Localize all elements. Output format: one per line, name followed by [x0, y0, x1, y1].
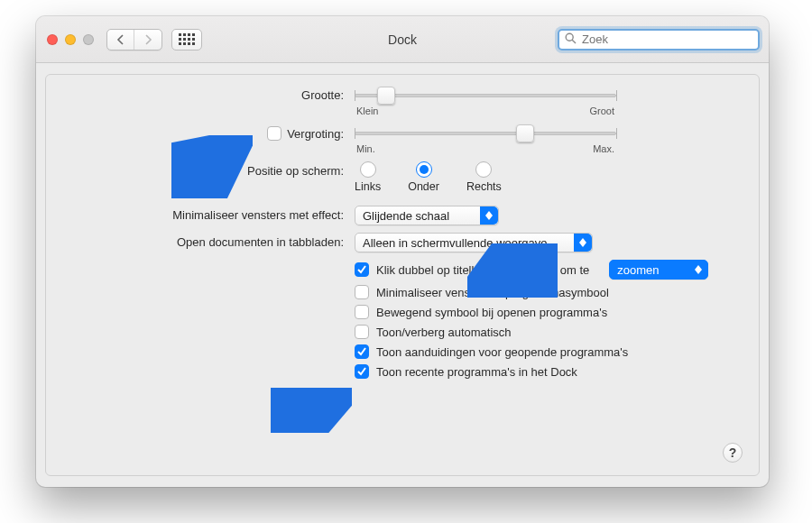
size-slider[interactable] — [355, 86, 616, 106]
row-size: Grootte: Klein Groot — [57, 86, 739, 116]
svg-point-0 — [566, 33, 573, 41]
magnification-slider[interactable] — [355, 124, 616, 143]
forward-button[interactable] — [134, 30, 161, 50]
magnification-min-label: Min. — [356, 143, 375, 154]
show-recents-line: Toon recente programma's in het Dock — [355, 364, 577, 379]
show-indicators-line: Toon aanduidingen voor geopende programm… — [355, 344, 628, 359]
autohide-checkbox[interactable] — [355, 325, 369, 339]
pane: Grootte: Klein Groot Vergroting: — [45, 74, 760, 476]
minimize-effect-popup[interactable]: Glijdende schaal — [355, 206, 499, 225]
show-recents-label: Toon recente programma's in het Dock — [376, 365, 577, 379]
minimize-into-app-line: Minimaliseer vensters in programmasymboo… — [355, 285, 609, 299]
dblclick-label: Klik dubbel op titelbalk van venster om … — [376, 263, 589, 277]
show-recents-checkbox[interactable] — [355, 364, 369, 379]
size-min-label: Klein — [356, 106, 378, 116]
minimize-effect-label: Minimaliseer vensters met effect: — [172, 208, 344, 222]
magnification-max-label: Max. — [593, 143, 614, 154]
grid-icon — [179, 33, 195, 45]
help-icon: ? — [729, 445, 737, 460]
search-icon — [565, 32, 577, 47]
position-label: Positie op scherm: — [247, 164, 344, 178]
position-onder[interactable]: Onder — [408, 161, 439, 193]
row-position: Positie op scherm: Links Onder Rechts — [57, 161, 739, 193]
popup-arrows-icon — [480, 206, 498, 225]
magnification-label: Vergroting: — [287, 127, 344, 141]
back-button[interactable] — [107, 30, 134, 50]
titlebar: Dock — [36, 16, 769, 63]
animate-open-checkbox[interactable] — [355, 305, 369, 319]
minimize-icon[interactable] — [65, 34, 76, 45]
open-docs-tabs-popup[interactable]: Alleen in schermvullende weergave — [355, 233, 593, 252]
row-magnification: Vergroting: Min. Max. — [57, 124, 739, 154]
autohide-line: Toon/verberg automatisch — [355, 325, 512, 339]
row-minimize-effect: Minimaliseer vensters met effect: Glijde… — [57, 206, 739, 225]
show-all-button[interactable] — [171, 29, 202, 50]
show-indicators-checkbox[interactable] — [355, 344, 369, 359]
minimize-into-app-label: Minimaliseer vensters in programmasymboo… — [376, 286, 609, 299]
position-rechts[interactable]: Rechts — [466, 161, 502, 193]
search-field[interactable] — [558, 29, 760, 50]
size-max-label: Groot — [589, 106, 614, 116]
open-docs-tabs-label: Open documenten in tabbladen: — [177, 235, 344, 249]
position-links[interactable]: Links — [355, 161, 381, 193]
show-indicators-label: Toon aanduidingen voor geopende programm… — [376, 345, 628, 359]
popup-arrows-icon — [574, 234, 592, 252]
nav-back-forward — [106, 29, 162, 50]
popup-arrows-icon — [689, 261, 707, 279]
size-label: Grootte: — [301, 88, 344, 102]
animate-open-line: Bewegend symbool bij openen programma's — [355, 305, 607, 319]
position-radios: Links Onder Rechts — [355, 161, 502, 193]
dblclick-checkbox[interactable] — [355, 262, 369, 277]
dblclick-line: Klik dubbel op titelbalk van venster om … — [355, 260, 708, 280]
magnification-checkbox[interactable] — [267, 126, 281, 141]
preferences-window: Dock Grootte: Klein Groot — [36, 16, 769, 487]
autohide-label: Toon/verberg automatisch — [376, 326, 512, 339]
row-checkboxes: Klik dubbel op titelbalk van venster om … — [57, 260, 739, 384]
dblclick-popup[interactable]: zoomen — [609, 260, 708, 280]
row-open-docs-tabs: Open documenten in tabbladen: Alleen in … — [57, 233, 739, 252]
traffic-lights — [47, 34, 94, 45]
search-input[interactable] — [582, 32, 752, 46]
close-icon[interactable] — [47, 34, 58, 45]
zoom-icon[interactable] — [83, 34, 94, 45]
minimize-into-app-checkbox[interactable] — [355, 285, 369, 299]
help-button[interactable]: ? — [723, 443, 743, 463]
animate-open-label: Bewegend symbool bij openen programma's — [376, 306, 607, 319]
svg-line-1 — [572, 40, 576, 43]
